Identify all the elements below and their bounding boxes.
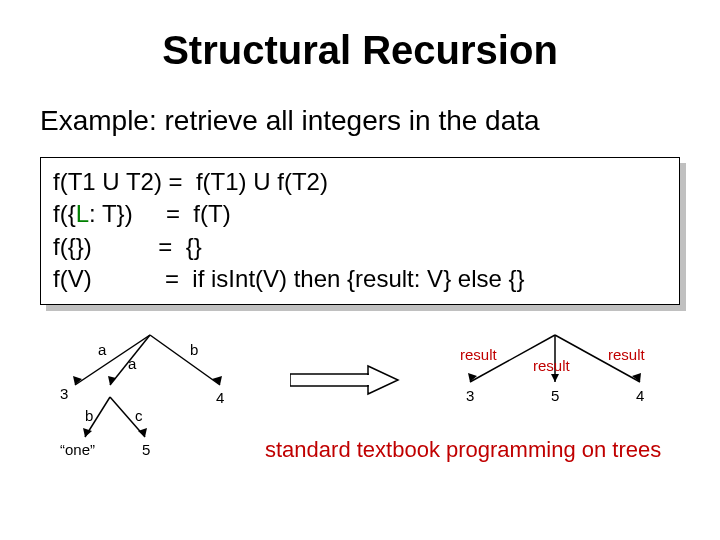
code-line-3: f({}) = {} xyxy=(53,231,667,263)
out-leaf-5: 5 xyxy=(551,387,559,404)
edge-label-b1b: b xyxy=(190,341,198,358)
slide-title: Structural Recursion xyxy=(0,28,720,73)
code-line-2: f({L: T}) = f(T) xyxy=(53,198,667,230)
leaf-4: 4 xyxy=(216,389,224,406)
code-box-content: f(T1 U T2) = f(T1) U f(T2) f({L: T}) = f… xyxy=(40,157,680,305)
output-tree: result result result 3 5 4 xyxy=(430,327,680,427)
edge-label-b-lower: b xyxy=(85,407,93,424)
code-line-1: f(T1 U T2) = f(T1) U f(T2) xyxy=(53,166,667,198)
out-leaf-4: 4 xyxy=(636,387,644,404)
svg-rect-20 xyxy=(290,374,368,386)
svg-rect-22 xyxy=(366,375,370,385)
out-leaf-3: 3 xyxy=(466,387,474,404)
edge-label-result-3: result xyxy=(608,346,646,363)
transform-arrow-icon xyxy=(290,362,400,398)
svg-marker-28 xyxy=(551,374,559,382)
slide-subtitle: Example: retrieve all integers in the da… xyxy=(40,105,720,137)
svg-marker-11 xyxy=(138,428,147,437)
input-tree: a a b 3 b c “one” 5 4 a xyxy=(50,327,270,477)
edge-label-result-1: result xyxy=(460,346,498,363)
edge-label-a1b: a xyxy=(98,341,107,358)
diagram-area: a a b 3 b c “one” 5 4 a xyxy=(0,327,720,497)
edge-label-c-lower: c xyxy=(135,407,143,424)
edge-label-result-2: result xyxy=(533,357,571,374)
code-line-4: f(V) = if isInt(V) then {result: V} else… xyxy=(53,263,667,295)
leaf-3b: 3 xyxy=(60,385,68,402)
leaf-5: 5 xyxy=(142,441,150,458)
svg-marker-21 xyxy=(368,366,398,394)
edge-label-a2b: a xyxy=(128,355,137,372)
label-highlight: L xyxy=(76,200,89,227)
caption-text: standard textbook programming on trees xyxy=(265,437,661,463)
code-box: f(T1 U T2) = f(T1) U f(T2) f({L: T}) = f… xyxy=(40,157,680,305)
leaf-one: “one” xyxy=(60,441,95,458)
